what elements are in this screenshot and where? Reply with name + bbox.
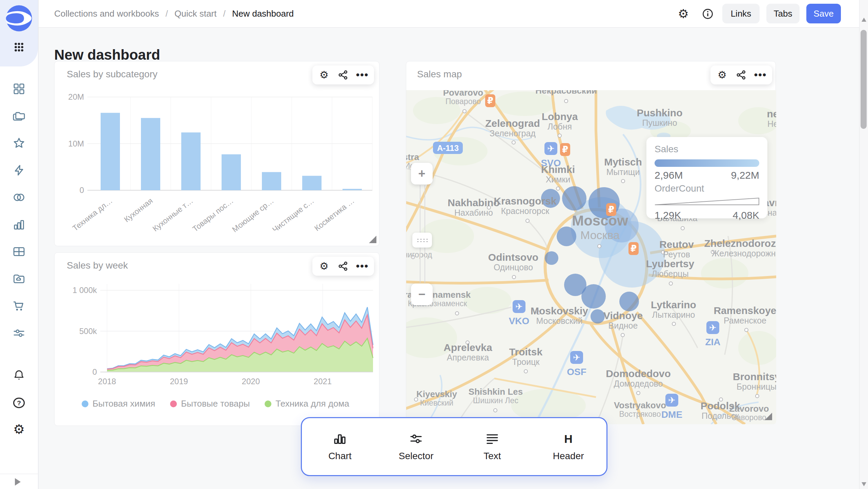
svg-text:VKO: VKO [509,316,530,326]
svg-text:✈: ✈ [547,143,555,154]
charts-icon[interactable] [12,217,26,232]
dashboard-canvas: New dashboard 20M10M0Техника дл…Кухонная… [39,27,859,489]
widget-share-icon[interactable] [336,259,351,274]
svg-text:Povarovo: Povarovo [443,90,483,98]
svg-text:2021: 2021 [314,377,332,386]
links-button[interactable]: Links [722,4,760,23]
toolbar-header-button[interactable]: H Header [530,418,606,475]
datalens-logo[interactable] [5,4,33,33]
widget-more-icon[interactable]: ••• [753,67,768,82]
svg-text:✈: ✈ [515,301,523,312]
svg-text:Aprelevka: Aprelevka [443,342,492,353]
apps-grid-icon[interactable] [12,40,26,55]
widget-settings-gear-icon[interactable]: ⚙ [317,259,332,274]
svg-text:Московский: Московский [536,316,583,326]
vertical-scrollbar[interactable] [859,0,868,489]
connections-icon[interactable] [12,190,26,205]
datasets-table-icon[interactable] [12,244,26,259]
svg-text:Косметика …: Косметика … [313,196,356,233]
widget-share-icon[interactable] [734,67,749,82]
bar-chart-plot[interactable]: 20M10M0Техника дл…КухоннаяКухонные т…Тов… [55,61,379,246]
map-legend-orders-label: OrderCount [655,183,759,194]
widget-more-icon[interactable]: ••• [355,67,370,82]
legend-dot [82,400,88,407]
expand-sidebar-icon[interactable] [15,478,21,486]
svg-text:Троицк: Троицк [512,357,540,367]
legend-item[interactable]: Бытовые товары [170,398,250,409]
widget-settings-gear-icon[interactable]: ⚙ [317,67,332,82]
svg-text:Чистящие с…: Чистящие с… [271,196,316,234]
settings-gear-icon[interactable]: ⚙ [12,422,26,437]
widget-sales-by-subcategory[interactable]: 20M10M0Техника дл…КухоннаяКухонные т…Тов… [54,61,379,246]
bolt-icon[interactable] [12,163,26,178]
services-sliders-icon[interactable] [12,326,26,340]
widget-settings-gear-icon[interactable]: ⚙ [715,67,730,82]
svg-text:10M: 10M [68,139,84,148]
svg-text:Lobnya: Lobnya [542,111,578,122]
scrollbar-thumb[interactable] [861,30,867,129]
map-zoom-out-button[interactable]: − [411,283,433,305]
svg-text:Domodedovo: Domodedovo [606,368,671,379]
svg-text:2020: 2020 [242,377,260,386]
toolbar-header-label: Header [553,451,584,462]
widget-sales-by-week[interactable]: 20182019202020211 000k500k0 Sales by wee… [54,252,379,426]
map-place-label: neНе [767,108,776,129]
save-button[interactable]: Save [806,4,841,23]
bar [141,118,160,190]
cloud-folder-icon[interactable] [12,271,26,286]
scroll-down-arrow-icon[interactable] [862,482,866,486]
dashboard-settings-gear-icon[interactable]: ⚙ [677,7,690,20]
svg-text:Реутов: Реутов [663,250,690,259]
sales-gradient-bar [655,159,759,167]
toolbar-text-button[interactable]: Text [454,418,531,475]
toolbar-selector-button[interactable]: Selector [378,418,454,475]
svg-text:✈: ✈ [709,322,717,333]
marketplace-cart-icon[interactable] [12,298,26,313]
widget-actions-panel: ⚙ ••• [710,65,772,84]
svg-text:Техника дл…: Техника дл… [71,196,114,233]
svg-text:нигород: нигород [406,250,432,259]
sidebar-divider [0,474,38,474]
sales-bubble [619,292,639,311]
widget-resize-handle[interactable] [369,236,376,243]
svg-text:Reutov: Reutov [659,239,694,250]
breadcrumb-separator: / [223,8,225,19]
svg-text:Zavorovo: Zavorovo [729,404,769,414]
toolbar-chart-button[interactable]: Chart [302,418,378,475]
widget-resize-handle[interactable] [765,413,772,420]
top-header: Collections and workbooks / Quick start … [39,0,859,28]
svg-text:Шишкин Лес: Шишкин Лес [473,396,518,405]
svg-text:Апрелевка: Апрелевка [447,353,489,362]
dashboards-icon[interactable] [12,81,26,96]
svg-text:Москва: Москва [580,229,620,241]
widget-share-icon[interactable] [336,67,351,82]
map-zoom-slider-grip[interactable] [412,233,432,248]
tabs-button[interactable]: Tabs [766,4,800,23]
widget-more-icon[interactable]: ••• [355,259,370,274]
selector-icon [409,432,423,446]
legend-item[interactable]: Бытовая химия [82,398,155,409]
widget-sales-map[interactable]: Sales map ⚙ ••• ₽₽₽₽A-113✈SVO✈VKO✈OSF✈ZI… [406,61,776,424]
sales-map-canvas[interactable]: ₽₽₽₽A-113✈SVO✈VKO✈OSF✈ZIA✈DMEMoscowМоскв… [406,90,776,424]
map-zoom-in-button[interactable]: + [411,163,433,184]
map-place-label: MoskovskiyМосковский [531,305,588,326]
help-icon[interactable]: ? [12,395,26,410]
svg-text:Кухонная: Кухонная [122,196,154,224]
svg-text:ne: ne [767,108,776,119]
page-title: New dashboard [54,47,160,63]
breadcrumb-quick-start[interactable]: Quick start [174,8,216,19]
info-icon[interactable] [701,7,714,20]
legend-label: Бытовая химия [92,398,155,409]
collections-icon[interactable] [12,109,26,123]
toolbar-text-label: Text [483,451,501,462]
scroll-up-arrow-icon[interactable] [862,18,866,22]
svg-text:Odintsovo: Odintsovo [488,252,538,263]
legend-item[interactable]: Техника для дома [265,398,349,409]
bell-icon[interactable] [12,368,26,383]
favorites-star-icon[interactable] [12,136,26,151]
svg-text:20M: 20M [68,92,84,101]
map-place-label: VostryakovoВостряково [614,400,666,418]
legend-dot [265,400,271,407]
area-chart-legend[interactable]: Бытовая химияБытовые товарыТехника для д… [82,398,349,409]
breadcrumb-collections[interactable]: Collections and workbooks [54,8,159,19]
